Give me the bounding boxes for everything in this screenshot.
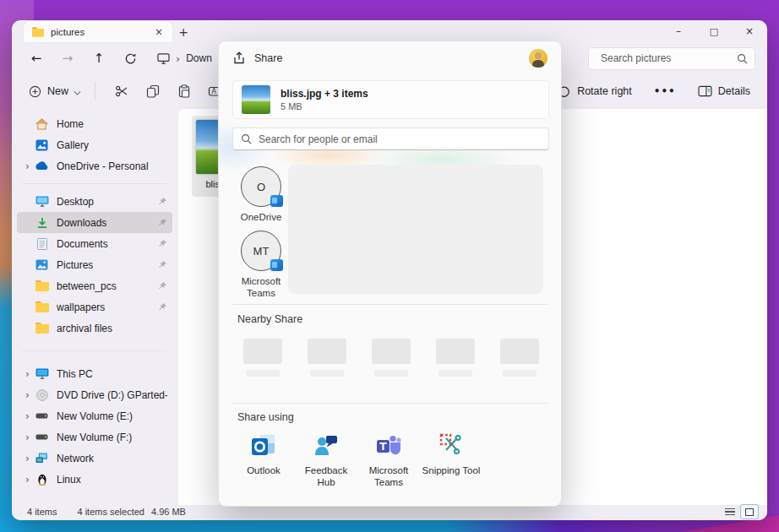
home-icon [35, 117, 49, 131]
new-button-label: New [47, 85, 68, 97]
paste-button[interactable] [168, 79, 199, 104]
sidebar-item-pictures[interactable]: Pictures [17, 254, 172, 275]
sidebar-divider [22, 350, 167, 351]
sidebar-item-volume-e[interactable]: › New Volume (E:) [17, 405, 172, 426]
desktop-icon [35, 194, 49, 209]
sidebar-item-this-pc[interactable]: › This PC [17, 363, 172, 384]
nearby-device-placeholder [500, 339, 539, 377]
tab-title: pictures [51, 27, 84, 37]
sidebar-item-downloads[interactable]: Downloads [17, 212, 172, 233]
status-bar: 4 items 4 items selected 4.96 MB [12, 505, 767, 520]
nearby-devices-row [219, 339, 561, 377]
pin-icon [158, 218, 167, 227]
contact-initials: MT [253, 245, 270, 258]
large-icons-view-button[interactable] [740, 504, 759, 519]
sidebar-item-wallpapers[interactable]: wallpapers [17, 296, 172, 318]
app-feedback-hub[interactable]: Feedback Hub [295, 432, 357, 489]
bliss-thumbnail [242, 85, 270, 114]
app-snipping-tool[interactable]: Snipping Tool [420, 432, 482, 489]
up-button[interactable]: ↑ [86, 46, 112, 70]
chevron-right-icon[interactable]: › [20, 389, 35, 401]
close-button[interactable]: × [732, 20, 767, 42]
pin-icon [158, 281, 167, 290]
chevron-right-icon[interactable]: › [20, 453, 35, 464]
rotate-right-button[interactable]: Rotate right [558, 85, 632, 97]
sidebar-item-dvd-drive[interactable]: › DVD Drive (D:) GParted-live [17, 384, 172, 405]
chevron-right-icon[interactable]: › [20, 474, 35, 486]
share-dialog-title: Share [254, 52, 282, 64]
item-count: 4 items [27, 507, 57, 517]
sidebar-item-gallery[interactable]: Gallery [17, 134, 172, 155]
sidebar-item-documents[interactable]: Documents [17, 233, 172, 254]
svg-text:A: A [211, 88, 216, 95]
file-explorer-window: pictures × + – □ × ← → ↑ › Down New [12, 20, 767, 520]
pin-icon [158, 260, 167, 269]
folder-icon [35, 300, 49, 314]
cut-icon [115, 84, 128, 98]
teams-circle: MT [241, 231, 281, 271]
pictures-icon [35, 258, 49, 272]
people-search-input[interactable] [259, 133, 541, 145]
this-pc-icon [157, 53, 170, 64]
sidebar-item-volume-f[interactable]: › New Volume (F:) [17, 426, 172, 448]
breadcrumb-crumb[interactable]: Down [186, 52, 212, 64]
chevron-right-icon[interactable]: › [20, 160, 35, 172]
refresh-button[interactable] [117, 46, 143, 70]
tab-pictures[interactable]: pictures × [24, 21, 172, 42]
details-view-button[interactable] [725, 508, 735, 516]
tab-close-icon[interactable]: × [152, 26, 166, 38]
app-outlook[interactable]: Outlook [232, 432, 295, 489]
sidebar-item-onedrive[interactable]: › OneDrive - Personal [17, 155, 172, 176]
people-search[interactable] [232, 128, 549, 150]
sidebar-item-home[interactable]: Home [17, 113, 172, 134]
maximize-button[interactable]: □ [696, 20, 732, 42]
cut-button[interactable] [106, 79, 137, 104]
new-button[interactable]: New [25, 85, 84, 98]
account-avatar[interactable] [529, 49, 547, 68]
new-tab-button[interactable]: + [172, 21, 194, 42]
chevron-down-icon [74, 88, 81, 95]
dvd-icon [35, 388, 49, 402]
sidebar-item-linux[interactable]: › Linux [17, 469, 172, 490]
explorer-search-input[interactable] [601, 52, 737, 64]
dialog-divider [232, 304, 547, 305]
contact-label: Microsoft Teams [232, 275, 291, 300]
pin-icon [158, 239, 167, 248]
large-icons-view-icon [745, 508, 754, 516]
chevron-right-icon[interactable]: › [20, 432, 35, 443]
forward-button[interactable]: → [55, 46, 80, 70]
app-badge-icon [270, 259, 283, 271]
pin-icon [158, 302, 167, 312]
back-button[interactable]: ← [24, 46, 49, 70]
details-label: Details [718, 85, 750, 97]
dialog-divider [232, 403, 547, 404]
feedback-hub-icon [313, 432, 340, 459]
nearby-share-heading: Nearby Share [237, 313, 302, 325]
nearby-device-placeholder [243, 339, 282, 377]
chevron-right-icon[interactable]: › [20, 368, 35, 380]
details-button[interactable]: Details [698, 85, 750, 97]
selection-count: 4 items selected [77, 507, 144, 517]
chevron-right-icon[interactable]: › [20, 410, 35, 422]
copy-button[interactable] [137, 79, 168, 104]
outlook-icon [250, 432, 277, 459]
sidebar-item-between-pcs[interactable]: between_pcs [17, 275, 172, 296]
minimize-button[interactable]: – [661, 20, 696, 42]
sidebar-item-network[interactable]: › Network [17, 448, 172, 469]
share-using-heading: Share using [237, 411, 294, 423]
explorer-search[interactable] [588, 47, 755, 70]
sidebar-item-archival-files[interactable]: archival files [17, 318, 172, 339]
share-target-onedrive[interactable]: O OneDrive [232, 166, 291, 223]
app-microsoft-teams[interactable]: Microsoft Teams [357, 432, 420, 489]
nearby-device-placeholder [308, 339, 346, 377]
rotate-right-label: Rotate right [577, 85, 632, 97]
circle-plus-icon [29, 85, 41, 98]
navigation-pane: Home Gallery › OneDrive - Personal Deskt… [12, 108, 177, 505]
sidebar-item-desktop[interactable]: Desktop [17, 191, 172, 212]
onedrive-icon [35, 159, 49, 173]
network-icon [35, 451, 49, 465]
breadcrumb[interactable]: › Down [157, 52, 212, 65]
see-more-button[interactable]: ••• [654, 85, 676, 97]
share-target-teams[interactable]: MT Microsoft Teams [232, 231, 291, 300]
snipping-tool-icon [438, 432, 465, 459]
